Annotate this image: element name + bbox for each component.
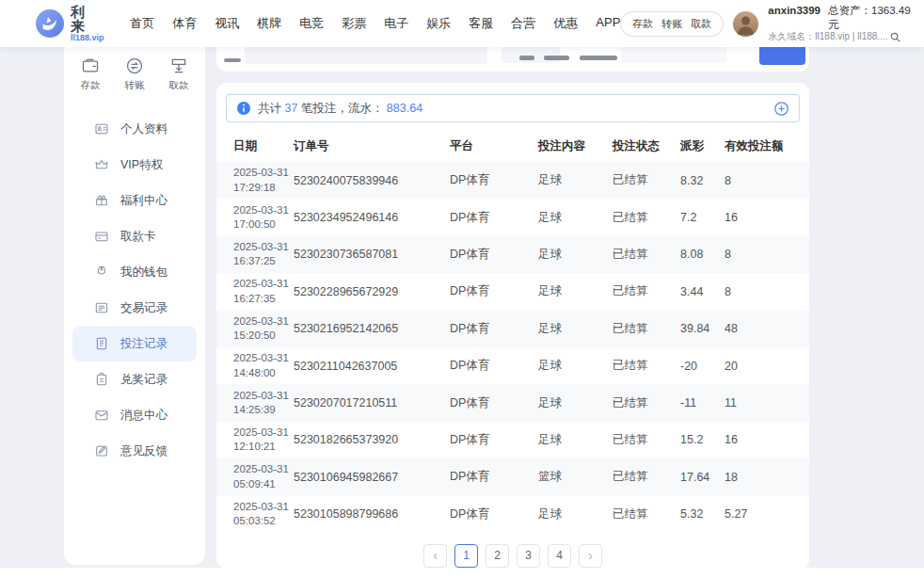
- table-row: 2025-03-31 05:09:41 5230106945982667 DP体…: [216, 458, 809, 495]
- sidebar-item[interactable]: 意见反馈: [72, 433, 197, 469]
- cell-date: 2025-03-31 12:10:21: [233, 425, 294, 455]
- nav-item[interactable]: 娱乐: [426, 15, 451, 32]
- quick-action[interactable]: 取款: [165, 56, 193, 92]
- table-row: 2025-03-31 12:10:21 5230182665373920 DP体…: [216, 422, 809, 458]
- info-icon: [237, 102, 250, 115]
- nav-item[interactable]: APP: [596, 15, 620, 32]
- sidebar-item[interactable]: 交易记录: [72, 290, 197, 326]
- nav-item[interactable]: 优惠: [553, 15, 578, 32]
- filter-tab-fragment[interactable]: [519, 56, 534, 60]
- sidebar-item-label: 福利中心: [120, 193, 167, 209]
- table-row: 2025-03-31 15:20:50 5230216952142065 DP体…: [216, 311, 809, 347]
- user-info: anxin3399 总资产：1363.49元 永久域名：ll188.vip | …: [768, 4, 911, 42]
- cell-order: 5230230736587081: [294, 248, 450, 261]
- cell-payout: 5.32: [680, 507, 725, 521]
- sidebar-item-label: 投注记录: [120, 336, 167, 352]
- quick-action[interactable]: 存款: [76, 56, 104, 92]
- cell-status: 已结算: [613, 247, 680, 263]
- cell-platform: DP体育: [450, 247, 538, 263]
- cell-order: 5230105898799686: [294, 507, 450, 521]
- sidebar-item[interactable]: 我的钱包: [72, 254, 197, 290]
- sidebar-item[interactable]: 福利中心: [72, 183, 197, 218]
- table-row: 2025-03-31 05:03:52 5230105898799686 DP体…: [216, 496, 809, 533]
- username: anxin3399: [768, 4, 820, 31]
- page-number-button[interactable]: 4: [548, 544, 571, 568]
- sidebar-item-label: 兑奖记录: [120, 372, 167, 388]
- card-icon: [94, 229, 109, 244]
- sidebar-item[interactable]: 取款卡: [72, 218, 197, 254]
- sidebar-quick-actions: 存款 转账 取款: [64, 56, 205, 92]
- cell-valid: 8: [725, 285, 792, 298]
- wallet-pill-item[interactable]: 存款: [632, 17, 653, 31]
- quick-action-label: 取款: [169, 79, 189, 92]
- page-number-button[interactable]: 1: [454, 544, 478, 568]
- cell-date: 2025-03-31 05:09:41: [233, 462, 294, 491]
- wallet-pill-item[interactable]: 转账: [661, 17, 682, 31]
- sidebar-item[interactable]: 个人资料: [72, 111, 197, 147]
- table-row: 2025-03-31 14:48:00 5230211042637005 DP体…: [216, 347, 809, 384]
- nav-item[interactable]: 电竞: [299, 15, 324, 32]
- sidebar-item-label: 取款卡: [120, 229, 156, 245]
- cell-valid: 8: [725, 174, 792, 187]
- filter-tab-fragment[interactable]: [544, 56, 569, 60]
- cell-platform: DP体育: [450, 469, 538, 485]
- sidebar-item-label: VIP特权: [120, 157, 163, 173]
- filter-label-fragment: [224, 58, 241, 62]
- cell-status: 已结算: [613, 432, 680, 448]
- nav-item[interactable]: 视讯: [215, 15, 239, 32]
- avatar[interactable]: [733, 11, 758, 37]
- cell-valid: 20: [725, 360, 792, 373]
- circle-plus-icon[interactable]: [774, 102, 789, 116]
- logo[interactable]: 利来 ll188.vip: [36, 5, 105, 43]
- column-header: 投注内容: [538, 138, 613, 154]
- cell-status: 已结算: [613, 210, 680, 226]
- prev-page-button[interactable]: ‹: [423, 544, 447, 568]
- deposit-icon: [81, 56, 100, 75]
- cell-content: 足球: [538, 321, 613, 337]
- nav-item[interactable]: 合营: [511, 15, 535, 32]
- nav-item[interactable]: 体育: [172, 15, 197, 32]
- messages-icon: [94, 408, 109, 423]
- sidebar-item[interactable]: 消息中心: [72, 397, 197, 433]
- cell-content: 足球: [538, 395, 613, 411]
- flow-amount: 883.64: [387, 102, 422, 115]
- nav-item[interactable]: 首页: [130, 15, 154, 32]
- bets-icon: [94, 336, 109, 351]
- cell-payout: 17.64: [680, 471, 725, 484]
- page-number-button[interactable]: 2: [486, 544, 509, 568]
- cell-payout: 7.2: [680, 211, 725, 224]
- cell-content: 足球: [538, 432, 613, 448]
- sidebar-item-label: 个人资料: [120, 121, 167, 137]
- sidebar-item[interactable]: VIP特权: [72, 147, 197, 183]
- filter-tab-fragment[interactable]: [580, 56, 617, 60]
- nav-item[interactable]: 电子: [384, 15, 408, 32]
- sidebar-item-label: 我的钱包: [120, 265, 167, 281]
- cell-order: 5230211042637005: [294, 360, 450, 373]
- cell-payout: 15.2: [680, 433, 725, 446]
- quick-action[interactable]: 转账: [120, 56, 149, 92]
- cell-platform: DP体育: [450, 321, 538, 337]
- top-bar: 利来 ll188.vip 首页 体育 视讯 棋牌 电竞 彩票 电子 娱乐: [0, 0, 924, 47]
- wallet-pill-item[interactable]: 取款: [691, 17, 711, 31]
- summary-text: 共计 37 笔投注，流水： 883.64: [258, 101, 422, 117]
- cell-order: 5230240075839946: [294, 174, 450, 187]
- sidebar-item-label: 消息中心: [120, 408, 167, 424]
- cell-payout: 8.08: [680, 248, 725, 261]
- sidebar-item[interactable]: 兑奖记录: [72, 361, 197, 397]
- cell-status: 已结算: [613, 395, 680, 411]
- bets-table: 日期 订单号 平台 投注内容 投注状态 派彩 有效投注额: [216, 130, 809, 533]
- nav-item[interactable]: 彩票: [342, 15, 366, 32]
- column-header: 有效投注额: [725, 138, 792, 154]
- search-icon[interactable]: [890, 32, 900, 42]
- page-number-button[interactable]: 3: [517, 544, 540, 568]
- sidebar-item-label: 交易记录: [120, 300, 167, 316]
- cell-status: 已结算: [613, 469, 680, 485]
- nav-item[interactable]: 客服: [469, 15, 493, 32]
- assets: 总资产：1363.49元: [828, 4, 911, 31]
- sidebar: 存款 转账 取款 个人资料: [64, 26, 205, 565]
- nav-item[interactable]: 棋牌: [257, 15, 281, 32]
- cell-date: 2025-03-31 05:03:52: [233, 500, 294, 529]
- footer-strip: [0, 568, 924, 578]
- next-page-button[interactable]: ›: [579, 544, 602, 568]
- sidebar-item[interactable]: 投注记录: [72, 326, 197, 361]
